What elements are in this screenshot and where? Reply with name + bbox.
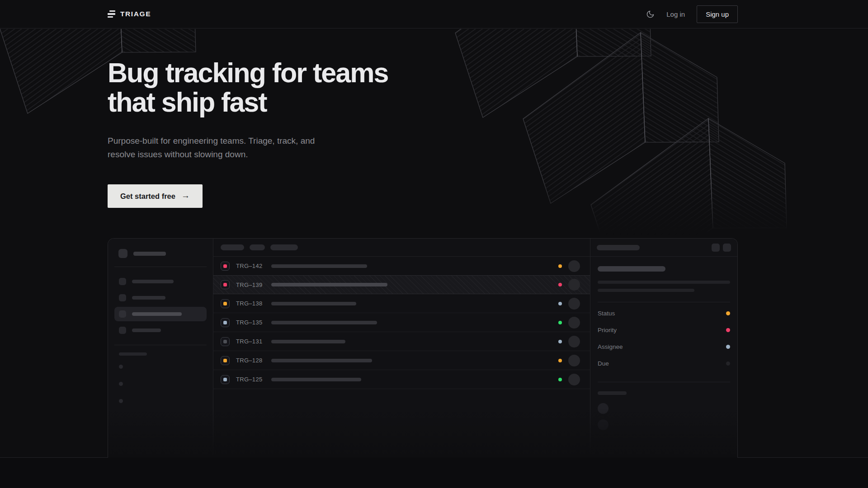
issue-assignee-avatar <box>568 355 580 366</box>
issue-list-filter-bar <box>213 239 590 257</box>
mockup-workspace-row <box>114 248 207 259</box>
issue-assignee-avatar <box>568 260 580 272</box>
detail-property-row: Status <box>598 305 730 322</box>
detail-header-placeholder <box>597 245 640 250</box>
hero-section: Bug tracking for teams that ship fast Pu… <box>0 28 868 458</box>
issue-title-placeholder <box>271 378 361 381</box>
mockup-issue-list: TRG–142 TRG–139 TRG–138 TRG–135 TRG–131 <box>213 239 590 458</box>
hero-heading: Bug tracking for teams that ship fast <box>108 58 868 117</box>
detail-title-placeholder <box>598 266 665 272</box>
property-value-dot <box>726 345 730 349</box>
top-nav: TRIAGE Log in Sign up <box>0 0 868 28</box>
issue-status-dot <box>558 302 562 305</box>
sidebar-dot-placeholder <box>119 399 123 403</box>
issue-id: TRG–131 <box>236 338 266 345</box>
issue-status-dot <box>558 340 562 343</box>
issue-assignee-avatar <box>568 298 580 310</box>
issue-title-placeholder <box>271 264 367 268</box>
issue-row: TRG–142 <box>213 257 590 276</box>
issue-status-dot <box>558 378 562 381</box>
theme-toggle-button[interactable] <box>646 10 655 19</box>
property-label: Priority <box>598 327 617 333</box>
login-link[interactable]: Log in <box>666 10 685 18</box>
mockup-detail-panel: StatusPriorityAssigneeDue <box>590 239 737 458</box>
filter-pill-placeholder <box>250 244 265 250</box>
issue-title-placeholder <box>271 302 356 305</box>
issue-id: TRG–142 <box>236 263 266 269</box>
detail-property-row: Assignee <box>598 338 730 355</box>
mockup-sidebar <box>108 239 213 458</box>
workspace-icon-placeholder <box>118 249 127 258</box>
sidebar-dot-placeholder <box>119 365 123 369</box>
issue-type-icon <box>221 280 230 289</box>
comment-avatar-placeholder <box>598 419 609 430</box>
arrow-right-icon: → <box>181 191 190 201</box>
property-value-dot <box>726 311 730 315</box>
issue-row: TRG–131 <box>213 332 590 351</box>
sidebar-item-selected-placeholder <box>114 307 207 321</box>
issue-row: TRG–139 <box>213 275 590 294</box>
sidebar-item-placeholder <box>114 323 207 338</box>
issue-id: TRG–139 <box>236 282 266 288</box>
sidebar-section-label-placeholder <box>119 352 147 356</box>
property-label: Due <box>598 360 609 367</box>
issue-row: TRG–138 <box>213 294 590 313</box>
footer-strip <box>0 458 868 488</box>
property-label: Assignee <box>598 343 623 350</box>
issue-type-icon <box>221 299 230 308</box>
issue-id: TRG–128 <box>236 357 266 364</box>
detail-action-placeholder <box>712 244 720 252</box>
issue-row: TRG–125 <box>213 370 590 389</box>
sidebar-item-placeholder <box>114 274 207 289</box>
detail-action-placeholder <box>723 244 731 252</box>
issue-assignee-avatar <box>568 279 580 291</box>
issue-title-placeholder <box>271 340 345 343</box>
issue-status-dot <box>558 283 562 286</box>
triage-logo-icon <box>108 10 115 18</box>
detail-property-row: Due <box>598 355 730 372</box>
issue-title-placeholder <box>271 283 387 286</box>
filter-pill-placeholder <box>270 244 298 250</box>
filter-pill-placeholder <box>221 244 244 250</box>
issue-status-dot <box>558 321 562 324</box>
signup-button[interactable]: Sign up <box>697 5 738 23</box>
issue-type-icon <box>221 375 230 384</box>
issue-assignee-avatar <box>568 374 580 385</box>
property-value-dot <box>726 328 730 332</box>
sidebar-dot-placeholder <box>119 382 123 386</box>
issue-type-icon <box>221 318 230 327</box>
issue-row: TRG–135 <box>213 313 590 332</box>
property-label: Status <box>598 310 615 317</box>
app-mockup: TRG–142 TRG–139 TRG–138 TRG–135 TRG–131 <box>108 238 738 458</box>
get-started-button[interactable]: Get started free → <box>108 184 203 208</box>
issue-id: TRG–138 <box>236 300 266 307</box>
issue-status-dot <box>558 359 562 362</box>
issue-status-dot <box>558 264 562 268</box>
issue-type-icon <box>221 262 230 271</box>
issue-row: TRG–128 <box>213 351 590 370</box>
moon-icon <box>646 10 655 19</box>
issue-assignee-avatar <box>568 336 580 347</box>
sidebar-item-placeholder <box>114 291 207 305</box>
detail-description-placeholder <box>598 281 730 284</box>
issue-id: TRG–125 <box>236 376 266 383</box>
brand-logo[interactable]: TRIAGE <box>108 10 151 18</box>
issue-type-icon <box>221 337 230 346</box>
issue-assignee-avatar <box>568 317 580 328</box>
property-value-dot <box>726 361 730 366</box>
workspace-name-placeholder <box>133 252 166 256</box>
detail-description-placeholder <box>598 289 694 292</box>
detail-property-row: Priority <box>598 322 730 338</box>
issue-title-placeholder <box>271 359 372 362</box>
brand-name: TRIAGE <box>120 10 151 18</box>
detail-panel-header <box>590 239 737 257</box>
issue-type-icon <box>221 356 230 365</box>
comment-avatar-placeholder <box>598 403 609 414</box>
hero-subtitle: Purpose-built for engineering teams. Tri… <box>108 134 325 162</box>
issue-id: TRG–135 <box>236 319 266 326</box>
detail-comments-label-placeholder <box>598 391 627 395</box>
issue-title-placeholder <box>271 321 377 324</box>
